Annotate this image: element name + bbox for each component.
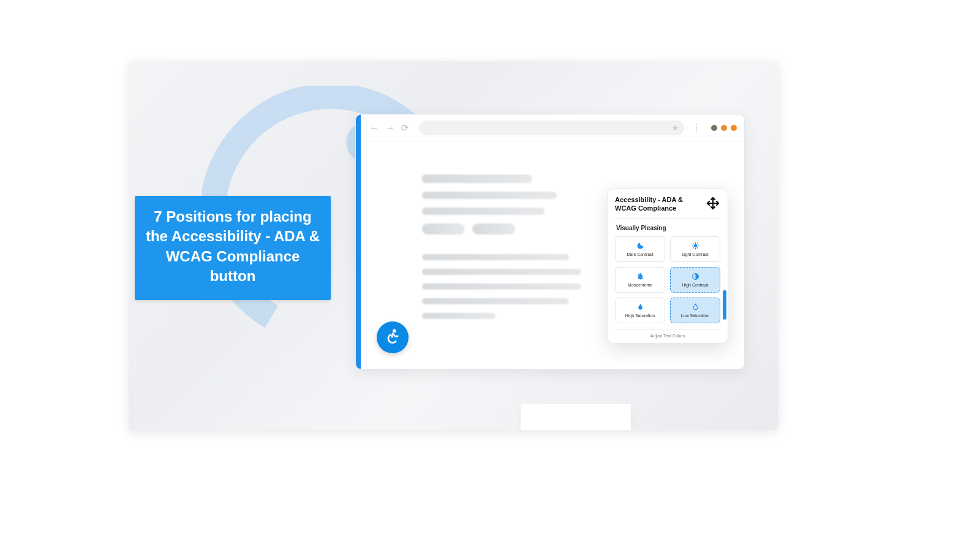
placeholder-pill bbox=[472, 223, 515, 234]
placeholder-line bbox=[422, 208, 545, 215]
sun-icon bbox=[692, 242, 699, 251]
placeholder-line bbox=[422, 298, 569, 304]
headline-text: 7 Positions for placing the Accessibilit… bbox=[146, 208, 320, 284]
option-dark-contrast[interactable]: Dark Contrast bbox=[615, 236, 665, 262]
accessibility-fab[interactable] bbox=[377, 321, 409, 353]
reload-icon[interactable]: ⟳ bbox=[401, 122, 409, 133]
back-icon[interactable]: ← bbox=[369, 123, 379, 133]
svg-line-8 bbox=[693, 243, 693, 244]
headline-box: 7 Positions for placing the Accessibilit… bbox=[135, 196, 331, 300]
bookmark-star-icon[interactable]: ★ bbox=[672, 124, 679, 132]
svg-line-9 bbox=[697, 247, 698, 248]
placeholder-line bbox=[422, 313, 496, 319]
panel-title: Accessibility - ADA & WCAG Compliance bbox=[615, 196, 702, 213]
option-label: Low Saturation bbox=[681, 313, 710, 318]
placeholder-pill bbox=[422, 223, 465, 234]
move-handle-icon[interactable] bbox=[706, 196, 720, 211]
option-monochrome[interactable]: Monochrome bbox=[615, 267, 665, 293]
placeholder-line bbox=[422, 174, 532, 183]
promo-card: 7 Positions for placing the Accessibilit… bbox=[129, 61, 778, 430]
browser-mock: ← → ⟳ ★ ⋮ bbox=[355, 114, 745, 370]
browser-menu-icon[interactable]: ⋮ bbox=[690, 122, 703, 133]
window-button-3[interactable] bbox=[731, 125, 737, 131]
svg-point-3 bbox=[694, 244, 696, 247]
option-label: Dark Contrast bbox=[627, 252, 653, 257]
svg-point-2 bbox=[393, 329, 396, 333]
droplet-icon bbox=[636, 303, 644, 312]
option-label: Monochrome bbox=[628, 283, 653, 287]
option-low-saturation[interactable]: Low Saturation bbox=[670, 298, 720, 323]
placeholder-line bbox=[422, 283, 581, 290]
window-button-2[interactable] bbox=[721, 125, 727, 131]
option-label: High Contrast bbox=[682, 283, 709, 287]
placeholder-line bbox=[422, 269, 581, 275]
moon-icon bbox=[636, 242, 644, 251]
accessibility-panel: Accessibility - ADA & WCAG Compliance Vi… bbox=[607, 188, 728, 343]
droplet-off-icon bbox=[636, 272, 644, 282]
option-high-contrast[interactable]: High Contrast bbox=[670, 267, 720, 293]
monitor-stand bbox=[521, 404, 631, 430]
option-label: Light Contrast bbox=[682, 252, 709, 257]
placeholder-line bbox=[422, 192, 557, 199]
panel-section-label: Visually Pleasing bbox=[616, 225, 720, 231]
browser-toolbar: ← → ⟳ ★ ⋮ bbox=[361, 114, 744, 141]
droplet-open-icon bbox=[692, 303, 699, 312]
window-button-1[interactable] bbox=[711, 125, 717, 131]
browser-accent-bar bbox=[356, 114, 361, 369]
address-bar[interactable]: ★ bbox=[419, 121, 684, 135]
panel-scrollbar[interactable] bbox=[723, 290, 726, 320]
panel-options-grid: Dark Contrast Light Contrast Monochrome bbox=[615, 236, 720, 323]
placeholder-line bbox=[422, 254, 569, 260]
option-label: High Saturation bbox=[625, 313, 655, 318]
forward-icon[interactable]: → bbox=[385, 123, 395, 133]
window-controls bbox=[711, 125, 737, 131]
contrast-icon bbox=[692, 272, 699, 282]
svg-line-10 bbox=[693, 247, 693, 248]
accessibility-icon bbox=[383, 327, 402, 348]
option-light-contrast[interactable]: Light Contrast bbox=[670, 236, 720, 262]
svg-line-11 bbox=[697, 243, 698, 244]
panel-truncated-row: Adjust Text Colors bbox=[615, 329, 720, 338]
option-high-saturation[interactable]: High Saturation bbox=[615, 298, 665, 323]
